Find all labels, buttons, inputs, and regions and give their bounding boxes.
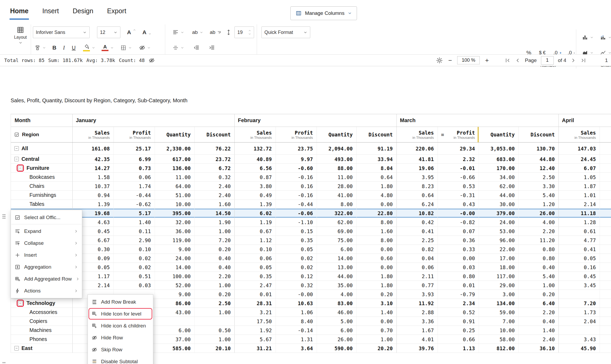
- collapse-icon[interactable]: [14, 157, 19, 161]
- bar-chart-button[interactable]: [579, 32, 596, 43]
- next-page-icon[interactable]: [570, 57, 576, 63]
- table-cell[interactable]: 0.52: [438, 308, 479, 317]
- table-cell[interactable]: 2.40: [518, 335, 558, 344]
- submenu-item-hide-row[interactable]: Hide Row: [88, 332, 153, 344]
- table-cell[interactable]: 0.73: [114, 164, 155, 172]
- table-cell[interactable]: 134.00: [479, 299, 518, 308]
- month-header-february[interactable]: February: [234, 114, 396, 127]
- menu-item-expand[interactable]: Expand: [11, 225, 82, 237]
- month-header-march[interactable]: March: [396, 114, 558, 127]
- table-cell[interactable]: 0.10: [234, 245, 276, 254]
- table-cell[interactable]: 100.00: [155, 272, 194, 281]
- table-cell[interactable]: 17.00: [479, 254, 518, 263]
- table-cell[interactable]: 6.24: [396, 200, 438, 208]
- table-cell[interactable]: 590.00: [317, 344, 356, 353]
- table-cell[interactable]: 3.64: [276, 344, 317, 353]
- table-cell[interactable]: 29.00: [479, 281, 518, 290]
- tab-insert[interactable]: Insert: [42, 0, 59, 22]
- table-cell[interactable]: 13.00: [317, 263, 356, 272]
- table-cell[interactable]: 42.35: [72, 155, 114, 163]
- table-cell[interactable]: 0.00: [356, 263, 396, 272]
- table-cell[interactable]: 0.11: [114, 227, 155, 236]
- table-cell[interactable]: 3,053.00: [479, 143, 518, 154]
- table-cell[interactable]: 88.00: [317, 164, 356, 172]
- table-cell[interactable]: 1.39: [234, 200, 276, 208]
- table-cell[interactable]: 10.00: [479, 326, 518, 335]
- submenu-item-hide-icon-for-level[interactable]: Hide Icon for level: [88, 308, 153, 320]
- table-cell[interactable]: 20.10: [194, 344, 234, 353]
- table-cell[interactable]: -1.10: [276, 218, 317, 227]
- table-cell[interactable]: 58.00: [479, 335, 518, 344]
- table-cell[interactable]: 44.00: [317, 272, 356, 281]
- month-header-january[interactable]: January: [72, 114, 234, 127]
- menu-item-actions[interactable]: Actions: [11, 285, 82, 297]
- table-cell[interactable]: 44.80: [518, 155, 558, 163]
- table-cell[interactable]: 41.81: [396, 155, 438, 163]
- table-cell[interactable]: 3.00: [479, 290, 518, 299]
- quick-format-select[interactable]: Quick Format % $ € .0 + .0 - Number: [261, 26, 310, 38]
- table-cell[interactable]: 1.13: [438, 344, 479, 353]
- table-cell[interactable]: 2.04: [558, 317, 600, 326]
- table-cell[interactable]: -0.16: [276, 191, 317, 199]
- table-cell[interactable]: 2.25: [396, 236, 438, 245]
- table-cell[interactable]: 0.43: [438, 200, 479, 208]
- table-row[interactable]: Tables1.39-0.6210.001.601.39-0.448.000.0…: [11, 200, 611, 209]
- table-cell[interactable]: 2.11: [396, 272, 438, 281]
- table-cell[interactable]: 0.05: [276, 245, 317, 254]
- table-cell[interactable]: 0.40: [518, 317, 558, 326]
- row-label[interactable]: Copiers: [11, 317, 72, 326]
- italic-button[interactable]: I: [60, 41, 68, 54]
- menu-item-insert[interactable]: Insert: [11, 249, 82, 261]
- table-cell[interactable]: -0.00: [276, 290, 317, 299]
- table-cell[interactable]: 28.00: [317, 182, 356, 190]
- table-cell[interactable]: 1.00: [356, 335, 396, 344]
- tab-export[interactable]: Export: [107, 0, 127, 22]
- font-color-button[interactable]: A: [100, 41, 116, 54]
- table-cell[interactable]: 43.00: [155, 308, 194, 317]
- table-cell[interactable]: 2.50: [194, 299, 234, 308]
- table-cell[interactable]: 3.45: [558, 281, 600, 290]
- table-cell[interactable]: 30.00: [479, 200, 518, 208]
- table-cell[interactable]: 0.61: [558, 227, 600, 236]
- table-cell[interactable]: 29.34: [438, 143, 479, 154]
- manage-columns-button[interactable]: Manage Columns: [290, 6, 357, 20]
- format-painter-button[interactable]: [32, 41, 48, 54]
- page-input[interactable]: [541, 56, 554, 65]
- table-cell[interactable]: 64.00: [155, 182, 194, 190]
- submenu-item-add-row-break[interactable]: Add Row Break: [88, 296, 153, 308]
- table-cell[interactable]: 0.60: [356, 254, 396, 263]
- table-cell[interactable]: 0.70: [356, 326, 396, 335]
- table-cell[interactable]: 2.40: [194, 191, 234, 199]
- table-cell[interactable]: 0.40: [194, 254, 234, 263]
- table-cell[interactable]: 8.00: [356, 218, 396, 227]
- table-cell[interactable]: 75.00: [317, 236, 356, 245]
- table-cell[interactable]: 40.89: [234, 155, 276, 163]
- table-cell[interactable]: 3.21: [234, 308, 276, 317]
- table-cell[interactable]: [194, 317, 234, 326]
- table-cell[interactable]: -0.62: [114, 200, 155, 208]
- column-header-march-quantity[interactable]: Quantity: [479, 127, 518, 142]
- table-cell[interactable]: 45.90: [558, 344, 600, 353]
- table-cell[interactable]: 1.67: [396, 326, 438, 335]
- table-cell[interactable]: 6.07: [558, 164, 600, 172]
- table-cell[interactable]: -0.44: [114, 191, 155, 199]
- table-cell[interactable]: 132.72: [234, 143, 276, 154]
- table-cell[interactable]: 1.20: [518, 200, 558, 208]
- table-cell[interactable]: 0.36: [438, 236, 479, 245]
- table-cell[interactable]: [558, 290, 600, 299]
- table-cell[interactable]: -0.82: [438, 218, 479, 227]
- table-cell[interactable]: -0.01: [438, 164, 479, 172]
- table-cell[interactable]: 0.10: [114, 245, 155, 254]
- table-cell[interactable]: 1.60: [356, 227, 396, 236]
- table-cell[interactable]: 3.43: [558, 335, 600, 344]
- table-cell[interactable]: 5.40: [518, 272, 558, 281]
- table-row[interactable]: Furnishings0.94-0.4451.002.400.49-0.1641…: [11, 191, 611, 200]
- table-cell[interactable]: -0.14: [276, 326, 317, 335]
- table-cell[interactable]: 2.50: [518, 173, 558, 181]
- zoom-level[interactable]: 100 %: [457, 56, 480, 64]
- table-cell[interactable]: 14.27: [72, 164, 114, 172]
- table-cell[interactable]: 39.76: [396, 344, 438, 353]
- table-cell[interactable]: 5.00: [317, 317, 356, 326]
- table-cell[interactable]: 0.50: [194, 326, 234, 335]
- table-cell[interactable]: 0.45: [558, 272, 600, 281]
